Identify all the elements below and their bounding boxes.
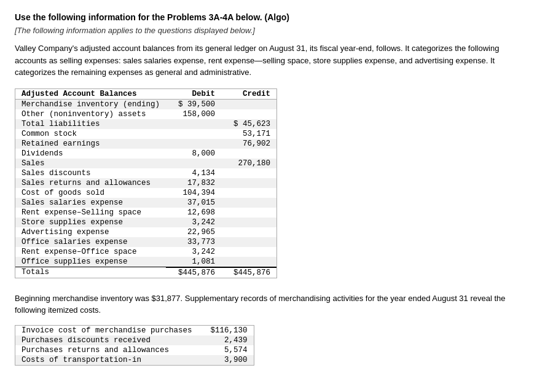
table-row: Cost of goods sold104,394 — [15, 188, 276, 198]
row-debit: 33,773 — [166, 237, 221, 247]
row-credit — [221, 227, 276, 237]
row-label: Costs of transportation-in — [15, 355, 198, 365]
row-credit: 76,902 — [221, 139, 276, 149]
adjusted-balances-table: Adjusted Account BalancesDebitCreditMerc… — [15, 88, 277, 278]
row-label: Merchandise inventory (ending) — [15, 99, 166, 109]
table-row: Dividends8,000 — [15, 149, 276, 159]
totals-label: Totals — [15, 267, 166, 278]
row-debit: 1,081 — [166, 257, 221, 267]
row-credit — [221, 218, 276, 227]
row-credit — [221, 257, 276, 267]
table-row: Invoice cost of merchandise purchases$11… — [15, 326, 254, 335]
row-label: Purchases discounts received — [15, 335, 198, 345]
row-debit — [166, 139, 221, 149]
row-debit: 22,965 — [166, 227, 221, 237]
row-value: 2,439 — [198, 335, 254, 345]
sub-heading: [The following information applies to th… — [15, 26, 522, 35]
table-row: Sales returns and allowances17,832 — [15, 178, 276, 188]
row-label: Sales discounts — [15, 168, 166, 178]
row-debit: 17,832 — [166, 178, 221, 188]
row-label: Sales — [15, 159, 166, 168]
table-row: Sales discounts4,134 — [15, 168, 276, 178]
row-value: 5,574 — [198, 345, 254, 355]
table-row: Sales salaries expense37,015 — [15, 198, 276, 208]
row-credit: $ 45,623 — [221, 119, 276, 129]
row-credit — [221, 188, 276, 198]
table-row: Purchases discounts received2,439 — [15, 335, 254, 345]
main-heading: Use the following information for the Pr… — [15, 12, 522, 22]
table-row: Common stock53,171 — [15, 129, 276, 139]
table-row: Retained earnings76,902 — [15, 139, 276, 149]
col-header-credit: Credit — [221, 89, 276, 100]
row-debit — [166, 129, 221, 139]
row-label: Cost of goods sold — [15, 188, 166, 198]
row-debit: 4,134 — [166, 168, 221, 178]
row-credit — [221, 198, 276, 208]
table-row: Sales270,180 — [15, 159, 276, 168]
table-row: Advertising expense22,965 — [15, 227, 276, 237]
row-debit: 3,242 — [166, 247, 221, 257]
table-row: Office salaries expense33,773 — [15, 237, 276, 247]
table-row: Purchases returns and allowances5,574 — [15, 345, 254, 355]
table-row: Rent expense–Selling space12,698 — [15, 208, 276, 218]
totals-credit: $445,876 — [221, 267, 276, 278]
row-debit: 104,394 — [166, 188, 221, 198]
row-label: Common stock — [15, 129, 166, 139]
row-label: Sales returns and allowances — [15, 178, 166, 188]
row-label: Total liabilities — [15, 119, 166, 129]
section-text: Beginning merchandise inventory was $31,… — [15, 292, 522, 316]
row-label: Sales salaries expense — [15, 198, 166, 208]
col-header-debit: Debit — [166, 89, 221, 100]
table-row: Merchandise inventory (ending)$ 39,500 — [15, 99, 276, 109]
row-credit: 53,171 — [221, 129, 276, 139]
row-label: Office salaries expense — [15, 237, 166, 247]
row-value: $116,130 — [198, 326, 254, 335]
row-value: 3,900 — [198, 355, 254, 365]
row-credit — [221, 247, 276, 257]
row-label: Purchases returns and allowances — [15, 345, 198, 355]
table-row: Office supplies expense1,081 — [15, 257, 276, 267]
row-credit — [221, 168, 276, 178]
row-debit: 12,698 — [166, 208, 221, 218]
row-debit: 158,000 — [166, 109, 221, 119]
table-row: Rent expense–Office space3,242 — [15, 247, 276, 257]
table-row: Other (noninventory) assets158,000 — [15, 109, 276, 119]
row-label: Store supplies expense — [15, 218, 166, 227]
row-debit: 37,015 — [166, 198, 221, 208]
table-row: Costs of transportation-in3,900 — [15, 355, 254, 365]
row-label: Retained earnings — [15, 139, 166, 149]
table-row: Total liabilities$ 45,623 — [15, 119, 276, 129]
row-credit — [221, 109, 276, 119]
totals-debit: $445,876 — [166, 267, 221, 278]
col-header-label: Adjusted Account Balances — [15, 89, 166, 100]
row-credit — [221, 237, 276, 247]
row-credit: 270,180 — [221, 159, 276, 168]
row-credit — [221, 208, 276, 218]
row-label: Rent expense–Selling space — [15, 208, 166, 218]
row-label: Other (noninventory) assets — [15, 109, 166, 119]
row-label: Advertising expense — [15, 227, 166, 237]
itemized-costs-table: Invoice cost of merchandise purchases$11… — [15, 325, 254, 366]
row-debit: 8,000 — [166, 149, 221, 159]
row-credit — [221, 99, 276, 109]
row-credit — [221, 149, 276, 159]
row-label: Rent expense–Office space — [15, 247, 166, 257]
row-debit: $ 39,500 — [166, 99, 221, 109]
row-label: Dividends — [15, 149, 166, 159]
row-label: Office supplies expense — [15, 257, 166, 267]
row-credit — [221, 178, 276, 188]
row-debit: 3,242 — [166, 218, 221, 227]
body-text: Valley Company's adjusted account balanc… — [15, 42, 522, 79]
row-debit — [166, 119, 221, 129]
row-debit — [166, 159, 221, 168]
row-label: Invoice cost of merchandise purchases — [15, 326, 198, 335]
totals-row: Totals$445,876$445,876 — [15, 267, 276, 278]
table-row: Store supplies expense3,242 — [15, 218, 276, 227]
